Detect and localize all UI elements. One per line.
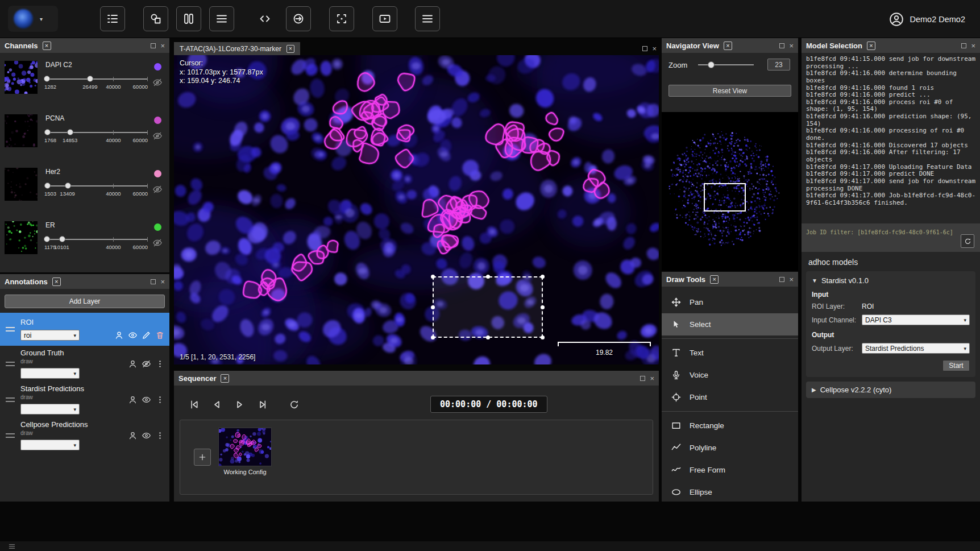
kebab-icon[interactable] xyxy=(155,430,165,440)
close-icon[interactable]: × xyxy=(710,275,719,284)
maximize-icon[interactable] xyxy=(779,43,784,48)
cellpose-model-card[interactable]: ▶ Cellpose v2.2.2 (cyto) xyxy=(806,382,975,398)
close-icon[interactable]: × xyxy=(160,278,165,285)
channel-range-slider[interactable] xyxy=(44,76,148,83)
close-icon[interactable]: × xyxy=(867,42,875,50)
menu-icon[interactable] xyxy=(8,542,16,550)
channel-color-dot[interactable] xyxy=(154,170,161,177)
close-icon[interactable]: × xyxy=(221,374,229,383)
add-layer-button[interactable]: Add Layer xyxy=(5,295,165,308)
maximize-icon[interactable] xyxy=(151,279,156,284)
user-icon[interactable] xyxy=(114,330,124,340)
maximize-icon[interactable] xyxy=(151,43,156,48)
user-icon[interactable] xyxy=(128,359,138,368)
image-viewer-canvas[interactable]: Cursor: x: 1017.03px y: 1577.87px x: 159… xyxy=(174,55,659,364)
annotation-layer-row[interactable]: ROI roi ▾ xyxy=(0,313,169,346)
draw-tool[interactable]: Text xyxy=(662,342,798,364)
zoom-slider[interactable] xyxy=(698,64,754,65)
drag-handle-icon[interactable] xyxy=(0,433,20,438)
loop-button[interactable] xyxy=(284,395,304,414)
eye-off-icon[interactable] xyxy=(152,131,163,141)
slider-high-handle[interactable] xyxy=(87,76,93,82)
annotation-layer-row[interactable]: Cellpose Predictions draw ▾ xyxy=(0,417,169,453)
channel-thumbnail[interactable] xyxy=(5,168,38,201)
channel-range-slider[interactable] xyxy=(44,236,148,243)
eye-off-icon[interactable] xyxy=(152,238,163,248)
navigator-minimap[interactable] xyxy=(662,112,798,271)
slider-low-handle[interactable] xyxy=(44,129,51,135)
channel-color-dot[interactable] xyxy=(154,117,161,124)
slider-low-handle[interactable] xyxy=(44,76,50,82)
draw-tool[interactable]: Pan xyxy=(662,291,798,313)
maximize-icon[interactable] xyxy=(961,43,966,48)
roi-class-select[interactable]: roi ▾ xyxy=(20,330,80,341)
close-icon[interactable]: × xyxy=(650,375,654,382)
draw-tool[interactable]: Ellipse xyxy=(662,481,798,502)
kebab-icon[interactable] xyxy=(155,395,165,404)
kebab-icon[interactable] xyxy=(155,359,165,368)
zoom-slider-handle[interactable] xyxy=(708,61,715,68)
output-layer-select[interactable]: Stardist Predictions ▾ xyxy=(862,343,970,354)
close-icon[interactable]: × xyxy=(160,42,165,49)
channel-range-slider[interactable] xyxy=(44,129,148,136)
drag-handle-icon[interactable] xyxy=(0,327,20,332)
shapes-button[interactable] xyxy=(143,6,168,31)
focus-button[interactable] xyxy=(329,6,354,31)
close-icon[interactable]: × xyxy=(286,45,294,53)
video-button[interactable] xyxy=(372,6,397,31)
draw-tool[interactable]: Polyline xyxy=(662,437,798,459)
slider-high-handle[interactable] xyxy=(59,236,65,242)
step-forward-button[interactable] xyxy=(252,395,272,414)
close-icon[interactable]: × xyxy=(789,276,794,283)
annotation-layer-row[interactable]: Stardist Predictions draw ▾ xyxy=(0,382,169,417)
eye-icon[interactable] xyxy=(142,430,151,440)
slider-low-handle[interactable] xyxy=(44,236,50,242)
eye-icon[interactable] xyxy=(128,330,138,340)
maximize-icon[interactable] xyxy=(640,376,645,381)
draw-tool[interactable]: Voice xyxy=(662,364,798,386)
annotation-layer-row[interactable]: Ground Truth draw ▾ xyxy=(0,346,169,382)
drag-handle-icon[interactable] xyxy=(0,397,20,402)
channel-thumbnail[interactable] xyxy=(5,61,38,94)
eye-off-icon[interactable] xyxy=(142,359,151,368)
list-button[interactable] xyxy=(100,6,125,31)
roi-class-select[interactable]: ▾ xyxy=(20,368,80,379)
eye-icon[interactable] xyxy=(142,395,151,404)
maximize-icon[interactable] xyxy=(779,277,784,282)
maximize-icon[interactable] xyxy=(642,46,647,51)
draw-tool[interactable]: Free Form xyxy=(662,459,798,481)
draw-tool[interactable]: Select xyxy=(662,313,798,335)
close-icon[interactable]: × xyxy=(52,277,61,286)
channel-color-dot[interactable] xyxy=(154,63,161,71)
play-button[interactable] xyxy=(230,395,249,414)
navigator-viewport-rect[interactable] xyxy=(704,183,746,212)
columns-button[interactable] xyxy=(176,6,201,31)
menu-button[interactable] xyxy=(415,6,440,31)
zoom-value-input[interactable]: 23 xyxy=(767,59,790,71)
pencil-icon[interactable] xyxy=(142,330,151,340)
roi-selection-rect[interactable] xyxy=(433,276,543,338)
reset-view-button[interactable]: Reset View xyxy=(668,85,791,97)
sync-button[interactable] xyxy=(286,6,311,31)
slider-high-handle[interactable] xyxy=(67,129,73,135)
stardist-header[interactable]: ▼ Stardist v0.1.0 xyxy=(812,276,970,285)
sequencer-item[interactable]: Working Config xyxy=(219,428,271,475)
skip-start-button[interactable] xyxy=(184,395,204,414)
close-icon[interactable]: × xyxy=(43,42,51,50)
close-icon[interactable]: × xyxy=(652,45,657,52)
input-channel-select[interactable]: DAPI C3 ▾ xyxy=(862,314,970,325)
channel-color-dot[interactable] xyxy=(154,223,161,231)
refresh-button[interactable] xyxy=(961,234,974,248)
user-icon[interactable] xyxy=(128,430,138,440)
channel-thumbnail[interactable] xyxy=(5,221,38,254)
menu-button[interactable] xyxy=(209,6,234,31)
roi-class-select[interactable]: ▾ xyxy=(20,440,80,450)
close-icon[interactable]: × xyxy=(971,42,975,49)
draw-tool[interactable]: Point xyxy=(662,386,798,408)
draw-tool[interactable]: Rectangle xyxy=(662,415,798,437)
slider-high-handle[interactable] xyxy=(65,183,71,189)
user-icon[interactable] xyxy=(128,395,138,404)
close-icon[interactable]: × xyxy=(789,42,794,49)
add-config-button[interactable] xyxy=(194,449,211,466)
eye-off-icon[interactable] xyxy=(152,184,163,194)
